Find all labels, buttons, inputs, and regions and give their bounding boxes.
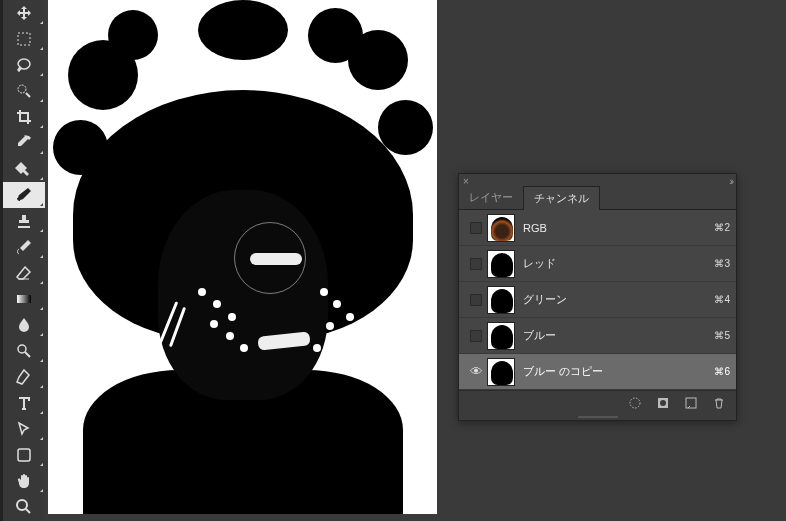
channel-thumbnail — [487, 358, 515, 386]
visibility-toggle[interactable] — [465, 294, 487, 306]
svg-rect-10 — [686, 398, 696, 408]
channel-thumbnail — [487, 286, 515, 314]
channel-list: RGB⌘2レッド⌘3グリーン⌘4ブルー⌘5👁ブルー のコピー⌘6 — [459, 210, 736, 390]
crop-tool[interactable] — [3, 104, 45, 130]
visibility-checkbox — [470, 330, 482, 342]
channel-row[interactable]: 👁ブルー のコピー⌘6 — [459, 354, 736, 390]
visibility-checkbox — [470, 258, 482, 270]
visibility-toggle[interactable] — [465, 258, 487, 270]
blur-tool[interactable] — [3, 312, 45, 338]
shape-tool[interactable] — [3, 442, 45, 468]
tab-channels[interactable]: チャンネル — [523, 186, 600, 210]
svg-point-1 — [18, 85, 26, 93]
channels-panel: × ›› レイヤー チャンネル RGB⌘2レッド⌘3グリーン⌘4ブルー⌘5👁ブル… — [458, 173, 737, 421]
panel-resize-grip[interactable] — [459, 414, 736, 420]
channel-row[interactable]: レッド⌘3 — [459, 246, 736, 282]
visibility-checkbox — [470, 222, 482, 234]
zoom-tool[interactable] — [3, 494, 45, 520]
stamp-tool[interactable] — [3, 208, 45, 234]
brush-cursor — [234, 222, 306, 294]
path-select-tool[interactable] — [3, 416, 45, 442]
quick-select-tool[interactable] — [3, 78, 45, 104]
channel-shortcut: ⌘3 — [714, 258, 730, 269]
panel-tabbar: レイヤー チャンネル — [459, 188, 736, 210]
load-selection-icon[interactable] — [628, 396, 642, 410]
channel-label: RGB — [523, 222, 714, 234]
channel-shortcut: ⌘2 — [714, 222, 730, 233]
svg-point-6 — [17, 500, 27, 510]
channel-shortcut: ⌘6 — [714, 366, 730, 377]
visibility-checkbox — [470, 294, 482, 306]
type-tool[interactable] — [3, 390, 45, 416]
gradient-tool[interactable] — [3, 286, 45, 312]
marquee-tool[interactable] — [3, 26, 45, 52]
channel-row[interactable]: RGB⌘2 — [459, 210, 736, 246]
visibility-toggle[interactable] — [465, 222, 487, 234]
canvas[interactable] — [48, 0, 437, 514]
new-channel-icon[interactable] — [684, 396, 698, 410]
eyedropper-tool[interactable] — [3, 130, 45, 156]
delete-icon[interactable] — [712, 396, 726, 410]
brush-tool[interactable] — [3, 182, 45, 208]
channel-row[interactable]: グリーン⌘4 — [459, 282, 736, 318]
channel-label: ブルー — [523, 328, 714, 343]
collapse-icon[interactable]: ›› — [729, 176, 732, 187]
tab-layers[interactable]: レイヤー — [459, 186, 523, 209]
channel-thumbnail — [487, 250, 515, 278]
channel-label: グリーン — [523, 292, 714, 307]
panel-footer — [459, 390, 736, 414]
channel-label: レッド — [523, 256, 714, 271]
hand-tool[interactable] — [3, 468, 45, 494]
visibility-toggle[interactable] — [465, 330, 487, 342]
svg-point-9 — [660, 400, 666, 406]
channel-row[interactable]: ブルー⌘5 — [459, 318, 736, 354]
svg-rect-3 — [17, 295, 31, 303]
channel-thumbnail — [487, 322, 515, 350]
move-tool[interactable] — [3, 0, 45, 26]
svg-rect-5 — [18, 449, 30, 461]
close-icon[interactable]: × — [463, 176, 469, 187]
channel-shortcut: ⌘4 — [714, 294, 730, 305]
channel-thumbnail — [487, 214, 515, 242]
lasso-tool[interactable] — [3, 52, 45, 78]
history-brush-tool[interactable] — [3, 234, 45, 260]
channel-label: ブルー のコピー — [523, 364, 714, 379]
pen-tool[interactable] — [3, 364, 45, 390]
svg-point-4 — [18, 345, 26, 353]
save-mask-icon[interactable] — [656, 396, 670, 410]
dodge-tool[interactable] — [3, 338, 45, 364]
healing-tool[interactable] — [3, 156, 45, 182]
eraser-tool[interactable] — [3, 260, 45, 286]
svg-rect-0 — [18, 33, 30, 45]
channel-shortcut: ⌘5 — [714, 330, 730, 341]
svg-point-7 — [630, 398, 640, 408]
toolbar — [0, 0, 44, 521]
eye-icon: 👁 — [470, 364, 483, 379]
visibility-toggle[interactable]: 👁 — [465, 364, 487, 379]
